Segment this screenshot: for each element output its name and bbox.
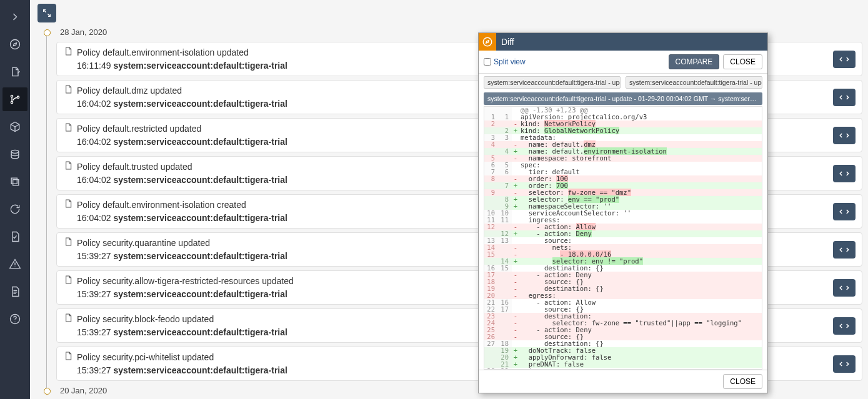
diff-toolbar: Split view COMPARE CLOSE [479,51,767,74]
sidebar-item-endpoints[interactable] [2,142,27,166]
entry-diff-button[interactable] [833,241,856,259]
svg-point-5 [11,150,19,153]
sidebar-toggle[interactable] [2,5,27,29]
svg-marker-1 [14,43,17,46]
compare-button[interactable]: COMPARE [669,54,720,69]
svg-point-4 [17,96,19,98]
compass-icon [482,36,493,47]
entry-title: Policy default.dmz updated [77,86,182,96]
diff-header-icon [479,33,496,51]
entry-title: Policy default.trusted updated [77,162,192,172]
expand-panel-button[interactable] [37,4,56,22]
entry-title: Policy security.block-feodo updated [77,314,214,324]
sidebar-item-logs[interactable] [2,280,27,303]
doc-icon [63,275,73,287]
entry-user: system:serviceaccount:default:tigera-tri… [113,251,287,261]
chevron-right-icon [9,11,21,23]
entry-user: system:serviceaccount:default:tigera-tri… [113,289,287,299]
sidebar-item-help[interactable] [2,307,27,331]
doc-icon [63,199,73,210]
entry-time: 16:04:02 [77,99,111,109]
entry-title: Policy security.pci-whitelist updated [77,352,214,362]
entry-user: system:serviceaccount:default:tigera-tri… [113,327,287,337]
doc-icon [63,46,73,58]
entry-title: Policy default.environment-isolation upd… [77,47,249,57]
diff-right-label: system:serviceaccount:default:tigera-tri… [629,79,762,86]
warning-icon [9,258,21,270]
branch-icon [9,93,21,106]
sidebar-item-compliance[interactable] [2,225,27,249]
entry-time: 15:39:27 [77,251,111,261]
svg-point-3 [11,101,12,103]
sidebar-item-refresh[interactable] [2,197,27,221]
diff-panel: Diff Split view COMPARE CLOSE system:ser… [478,32,768,393]
entry-time: 15:39:27 [77,327,111,337]
diff-left-selector[interactable]: system:serviceaccount:default:tigera-tri… [484,76,621,89]
entry-time: 16:11:49 [77,61,111,71]
check-doc-icon [9,230,21,243]
entry-title: Policy security.quarantine updated [77,238,210,248]
svg-rect-7 [11,178,17,184]
diff-footer: CLOSE [479,370,767,393]
entry-time: 16:04:02 [77,213,111,223]
copy-icon [9,175,21,188]
sidebar-item-policies[interactable] [2,60,27,84]
sidebar-item-network[interactable] [2,170,27,194]
entry-user: system:serviceaccount:default:tigera-tri… [113,137,287,147]
svg-point-2 [11,95,12,97]
entry-time: 16:04:02 [77,137,111,147]
entry-user: system:serviceaccount:default:tigera-tri… [113,61,287,71]
edit-doc-icon [9,66,21,78]
entry-time: 15:39:27 [77,365,111,375]
diff-title: Diff [501,37,514,47]
doc-icon [63,160,73,172]
svg-point-19 [483,37,492,46]
stack-icon [9,148,21,160]
svg-point-0 [11,40,20,49]
list-doc-icon [9,285,21,298]
entry-user: system:serviceaccount:default:tigera-tri… [113,175,287,185]
diff-subheader: system:serviceaccount:default:tigera-tri… [484,92,762,105]
sidebar-item-alerts[interactable] [2,252,27,276]
entry-diff-button[interactable] [833,127,856,144]
entry-diff-button[interactable] [833,51,856,68]
entry-title: Policy default.restricted updated [77,124,201,134]
split-view-checkbox[interactable]: Split view [484,57,526,66]
sidebar-item-timeline[interactable] [2,87,27,111]
timeline-axis [46,32,47,395]
compass-icon [9,38,21,51]
entry-user: system:serviceaccount:default:tigera-tri… [113,365,287,375]
svg-rect-6 [13,180,19,185]
nav-sidebar [0,0,30,399]
split-view-label: Split view [494,57,526,66]
close-button-top[interactable]: CLOSE [723,54,762,69]
diff-right-selector[interactable]: system:serviceaccount:default:tigera-tri… [626,76,762,89]
entry-diff-button[interactable] [833,355,856,373]
doc-icon [63,84,73,96]
sidebar-item-nodes[interactable] [2,115,27,139]
doc-icon [63,122,73,134]
entry-diff-button[interactable] [833,317,856,335]
cube-icon [9,121,21,133]
diff-left-label: system:serviceaccount:default:tigera-tri… [487,79,621,86]
entry-time: 15:39:27 [77,289,111,299]
diff-selectors: system:serviceaccount:default:tigera-tri… [479,74,767,91]
entry-diff-button[interactable] [833,203,856,220]
refresh-icon [9,203,21,215]
sidebar-item-dashboard[interactable] [2,32,27,56]
entry-diff-button[interactable] [833,89,856,106]
entry-diff-button[interactable] [833,279,856,297]
entry-diff-button[interactable] [833,165,856,182]
svg-marker-20 [486,41,489,44]
doc-icon [63,351,73,363]
diff-body[interactable]: @@ -1,30 +1,23 @@11 apiVersion: projectc… [484,106,762,370]
entry-title: Policy security.allow-tigera-restricted-… [77,276,294,286]
entry-title: Policy default.environment-isolation cre… [77,200,246,210]
diff-header: Diff [479,33,767,51]
entry-time: 16:04:02 [77,175,111,185]
help-icon [9,313,21,325]
close-button-bottom[interactable]: CLOSE [723,374,762,389]
entry-user: system:serviceaccount:default:tigera-tri… [113,213,287,223]
expand-icon [42,8,52,18]
doc-icon [63,313,73,325]
